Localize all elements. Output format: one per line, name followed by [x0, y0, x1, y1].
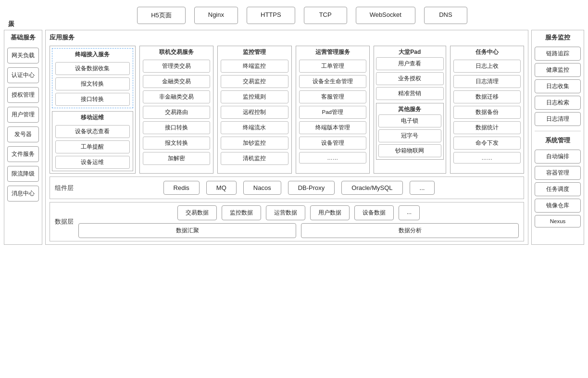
data-layer-row: 数据层 交易数据 监控数据 运营数据 用户数据 设备数据 ... 数据汇聚 数据… [50, 202, 524, 241]
data-more: ... [399, 205, 420, 220]
service-device-ops: 设备运维 [55, 156, 130, 169]
comp-redis: Redis [163, 181, 200, 195]
service-interface-convert: 接口转换 [55, 93, 130, 106]
service-remote-ctrl: 远程控制 [221, 106, 288, 119]
monitor-item-logclean: 日志清理 [535, 112, 581, 126]
comp-more: ... [410, 181, 435, 195]
access-layer: 接入层 H5页面 Nginx HTTPS TCP WebSocket DNS [4, 4, 584, 27]
basic-item-file: 文件服务 [7, 146, 39, 162]
service-precision-mkt: 精准营销 [376, 87, 443, 100]
data-device: 设备数据 [354, 205, 394, 220]
access-item-https: HTTPS [247, 7, 295, 24]
data-ops: 运营数据 [266, 205, 305, 220]
sysmgmt-item-autoorchestrate: 自动编排 [535, 150, 581, 164]
col-other-services: 其他服务 电子锁 冠字号 钞箱物联网 [376, 103, 443, 160]
col-other-title: 其他服务 [378, 105, 441, 113]
data-aggregate: 数据汇聚 [78, 223, 296, 238]
basic-services-title: 基础服务 [11, 33, 36, 42]
col-terminal-access: 终端接入服务 设备数据收集 报文转换 接口转换 [52, 48, 133, 108]
service-biz-auth: 业务授权 [376, 72, 443, 85]
basic-item-user: 用户管理 [7, 107, 39, 123]
data-layer-label: 数据层 [55, 217, 74, 226]
component-row: 组件层 Redis MQ Nacos DB-Proxy Oracle/MySQL… [50, 176, 524, 199]
service-cash-iot: 钞箱物联网 [378, 144, 441, 157]
basic-item-message: 消息中心 [7, 186, 39, 202]
service-msg-convert2: 报文转换 [143, 137, 210, 150]
service-data-backup: 数据备份 [453, 106, 521, 119]
data-analysis: 数据分析 [301, 223, 519, 238]
access-item-nginx: Nginx [194, 7, 238, 24]
basic-item-auth: 认证中心 [7, 67, 39, 83]
app-services-title: 应用服务 [50, 33, 524, 42]
service-device-collect: 设备数据收集 [55, 62, 130, 75]
service-interface-convert2: 接口转换 [143, 121, 210, 134]
system-manage-title: 系统管理 [535, 136, 581, 145]
service-log-upload: 日志上收 [453, 60, 521, 73]
service-cmd-send: 命令下发 [453, 137, 521, 150]
col-monitor-title: 监控管理 [221, 48, 288, 56]
service-device-status: 设备状态查看 [55, 125, 130, 138]
service-nonfin-trade: 非金融类交易 [143, 90, 210, 103]
service-msg-convert: 报文转换 [55, 77, 130, 90]
access-item-dns: DNS [424, 7, 467, 24]
service-cash-monitor: 加钞监控 [221, 137, 288, 150]
service-mgmt-trade: 管理类交易 [143, 60, 210, 73]
service-fin-trade: 金融类交易 [143, 75, 210, 88]
basic-item-ratelimit: 限流降级 [7, 166, 39, 182]
service-trade-monitor: 交易监控 [221, 75, 288, 88]
col-operations: 运营管理服务 工单管理 设备全生命管理 客服管理 Pad管理 终端版本管理 设备… [296, 46, 370, 174]
component-items: Redis MQ Nacos DB-Proxy Oracle/MySQL ... [79, 181, 519, 195]
service-workorder-alert: 工单提醒 [55, 140, 130, 153]
comp-nacos: Nacos [243, 181, 281, 195]
access-layer-label: 接入层 [6, 13, 16, 17]
data-bottom-row: 数据汇聚 数据分析 [78, 223, 519, 238]
sysmgmt-item-container: 容器管理 [535, 166, 581, 180]
col-lobby-pad-title: 大堂Pad [376, 48, 443, 56]
component-label: 组件层 [55, 184, 74, 192]
app-services-columns: 终端接入服务 设备数据收集 报文转换 接口转换 移动运维 设备状态查看 工单提醒… [50, 46, 524, 174]
service-data-migrate: 数据迁移 [453, 90, 521, 103]
service-pad-mgmt: Pad管理 [299, 106, 366, 119]
service-log-clean: 日志清理 [453, 75, 521, 88]
service-trade-route: 交易路由 [143, 106, 210, 119]
basic-services-panel: 基础服务 网关负载 认证中心 授权管理 用户管理 发号器 文件服务 限流降级 消… [4, 30, 42, 245]
system-manage-items: 自动编排 容器管理 任务调度 镜像仓库 Nexus [535, 150, 581, 227]
monitor-item-health: 健康监控 [535, 63, 581, 77]
sysmgmt-item-nexus: Nexus [535, 215, 581, 227]
service-monitor-items: 链路追踪 健康监控 日志收集 日志检索 日志清理 [535, 47, 581, 126]
service-terminal-flow: 终端流水 [221, 121, 288, 134]
service-elock: 电子锁 [378, 114, 441, 127]
col-task-center: 任务中心 日志上收 日志清理 数据迁移 数据备份 数据统计 命令下发 …… [450, 46, 524, 174]
access-items: H5页面 Nginx HTTPS TCP WebSocket DNS [22, 7, 582, 24]
col-monitor: 监控管理 终端监控 交易监控 监控规则 远程控制 终端流水 加钞监控 清机监控 [217, 46, 291, 174]
service-encrypt: 加解密 [143, 152, 210, 165]
access-item-tcp: TCP [304, 7, 347, 24]
col-lobby-pad: 大堂Pad 用户查看 业务授权 精准营销 [376, 48, 443, 100]
data-trade: 交易数据 [177, 205, 217, 220]
basic-item-id: 发号器 [7, 126, 39, 142]
basic-item-gateway: 网关负载 [7, 48, 39, 63]
service-monitor-rule: 监控规则 [221, 90, 288, 103]
monitor-item-logcollect: 日志收集 [535, 79, 581, 93]
service-customer-mgmt: 客服管理 [299, 90, 366, 103]
sysmgmt-item-imagestore: 镜像仓库 [535, 199, 581, 213]
comp-mq: MQ [206, 181, 237, 195]
service-terminal-ver: 终端版本管理 [299, 121, 366, 134]
col-terminal-access-title: 终端接入服务 [55, 50, 130, 59]
col-mobile-ops: 移动运维 设备状态查看 工单提醒 设备运维 [52, 111, 133, 171]
comp-dbproxy: DB-Proxy [288, 181, 335, 195]
service-ops-more: …… [299, 152, 366, 164]
data-layer-content: 交易数据 监控数据 运营数据 用户数据 设备数据 ... 数据汇聚 数据分析 [78, 205, 519, 238]
service-device-mgmt: 设备管理 [299, 137, 366, 150]
col-mobile-ops-title: 移动运维 [55, 113, 130, 122]
access-item-h5: H5页面 [137, 7, 186, 24]
right-divider [535, 131, 581, 131]
monitor-item-logsearch: 日志检索 [535, 96, 581, 110]
monitor-item-trace: 链路追踪 [535, 47, 581, 61]
comp-oracle: Oracle/MySQL [341, 181, 402, 195]
col-trading: 联机交易服务 管理类交易 金融类交易 非金融类交易 交易路由 接口转换 报文转换… [139, 46, 213, 174]
service-data-stats: 数据统计 [453, 121, 521, 134]
service-crown: 冠字号 [378, 129, 441, 142]
service-clean-monitor: 清机监控 [221, 152, 288, 165]
right-panel: 服务监控 链路追踪 健康监控 日志收集 日志检索 日志清理 系统管理 自动编排 … [531, 30, 584, 245]
